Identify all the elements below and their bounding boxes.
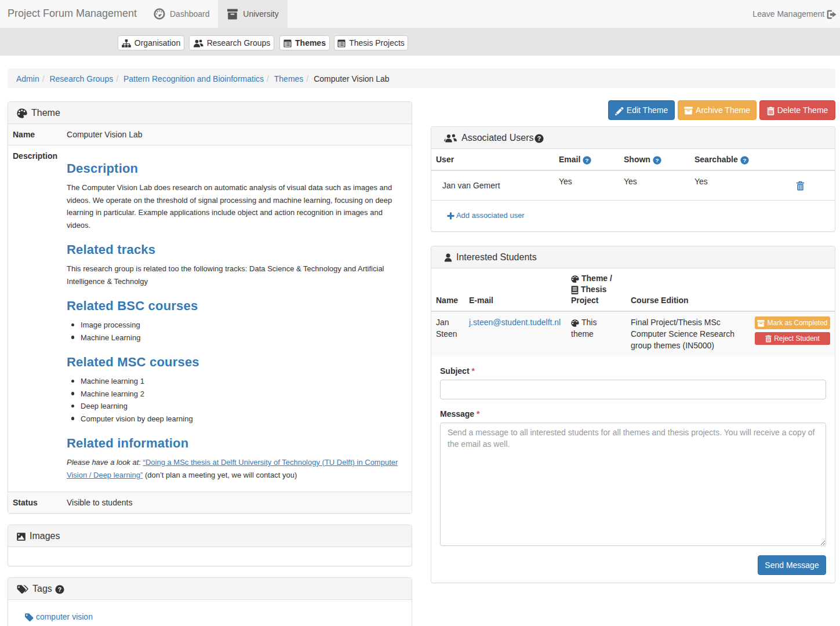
svg-text:?: ? xyxy=(537,134,540,141)
svg-text:?: ? xyxy=(58,585,61,592)
svg-text:?: ? xyxy=(655,157,659,163)
svg-text:?: ? xyxy=(743,157,746,163)
svg-text:?: ? xyxy=(586,157,589,163)
